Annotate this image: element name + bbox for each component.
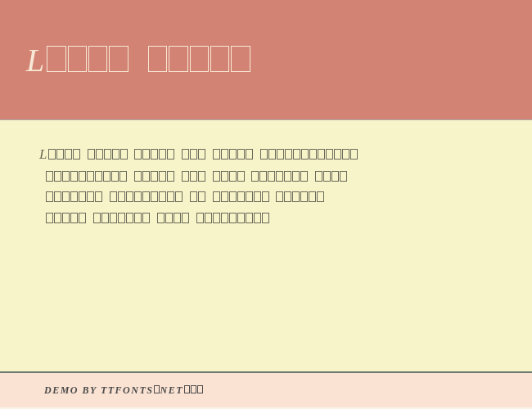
header-banner: L [0,0,532,119]
footer-bar: DEMO BY TTFONTSNET [0,371,532,407]
title-first-letter: L [26,42,46,79]
demo-credit: DEMO BY TTFONTSNET [44,384,204,397]
footer-suffix: NET [160,384,184,396]
body-first-letter: L [39,146,47,162]
footer-prefix: DEMO BY TTFONTS [44,384,153,396]
title-glyph-word-1 [46,45,129,78]
sample-paragraph: L [39,143,493,229]
sample-text-area: L [0,119,532,371]
title-glyph-word-2 [147,45,251,78]
font-title: L [26,41,251,79]
